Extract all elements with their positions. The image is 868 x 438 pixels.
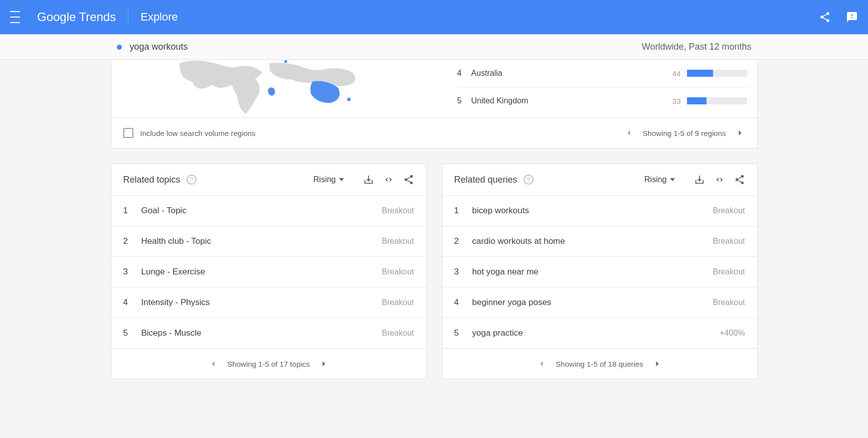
help-icon[interactable]: ? [524, 175, 534, 185]
region-value: 33 [663, 97, 681, 105]
chevron-right-icon[interactable] [735, 128, 745, 138]
chevron-right-icon[interactable] [319, 359, 329, 369]
list-item[interactable]: 1Goal - TopicBreakout [111, 195, 426, 226]
list-item[interactable]: 4Intensity - PhysicsBreakout [111, 287, 426, 318]
region-row[interactable]: 5 United Kingdom 33 [457, 87, 747, 114]
feedback-icon[interactable] [846, 11, 858, 23]
queries-sort-label: Rising [644, 175, 666, 184]
related-queries-card: Related queries ? Rising 1bicep workouts… [442, 164, 758, 379]
region-pager-text: Showing 1-5 of 9 regions [643, 129, 726, 137]
scope-label[interactable]: Worldwide, Past 12 months [642, 42, 752, 52]
queries-pager: Showing 1-5 of 18 queries [537, 359, 662, 369]
queries-pager-text: Showing 1-5 of 18 queries [556, 360, 643, 368]
download-icon[interactable] [694, 174, 705, 185]
region-rank: 5 [457, 96, 471, 105]
region-name: United Kingdom [471, 96, 663, 105]
chevron-down-icon [339, 178, 344, 181]
region-card: 4 Australia 44 5 United Kingdom 33 Inclu… [111, 60, 758, 149]
help-icon[interactable]: ? [187, 175, 197, 185]
list-item[interactable]: 5Biceps - MuscleBreakout [111, 318, 426, 348]
menu-icon[interactable] [10, 11, 22, 23]
region-name: Australia [471, 69, 663, 78]
chevron-right-icon[interactable] [652, 359, 662, 369]
embed-icon[interactable] [383, 174, 394, 185]
region-bar [687, 97, 747, 104]
chevron-left-icon[interactable] [208, 359, 218, 369]
svg-point-0 [347, 97, 351, 101]
topics-list: 1Goal - TopicBreakout 2Health club - Top… [111, 195, 426, 348]
region-pager: Showing 1-5 of 9 regions [624, 128, 745, 138]
world-map[interactable] [111, 60, 442, 117]
embed-icon[interactable] [714, 174, 725, 185]
logo[interactable]: Google Trends [37, 10, 116, 24]
list-item[interactable]: 1bicep workoutsBreakout [442, 195, 757, 226]
region-bar [687, 70, 747, 77]
share-icon[interactable] [819, 11, 831, 23]
region-row[interactable]: 4 Australia 44 [457, 60, 747, 87]
page-title: Explore [140, 11, 178, 24]
topics-sort-dropdown[interactable]: Rising [313, 175, 343, 184]
list-item[interactable]: 2Health club - TopicBreakout [111, 226, 426, 256]
queries-sort-dropdown[interactable]: Rising [644, 175, 674, 184]
queries-title: Related queries [454, 175, 517, 185]
term-color-dot [117, 45, 122, 50]
region-footer: Include low search volume regions Showin… [111, 117, 757, 148]
region-value: 44 [663, 69, 681, 78]
topics-pager: Showing 1-5 of 17 topics [208, 359, 328, 369]
download-icon[interactable] [363, 174, 374, 185]
logo-google: Google [37, 10, 76, 24]
share-icon[interactable] [734, 174, 745, 185]
topics-sort-label: Rising [313, 175, 335, 184]
app-header: Google Trends Explore [0, 0, 868, 34]
topics-pager-text: Showing 1-5 of 17 topics [227, 360, 309, 368]
search-subheader: yoga workouts Worldwide, Past 12 months [0, 34, 868, 60]
svg-point-1 [284, 60, 287, 63]
chevron-left-icon[interactable] [537, 359, 547, 369]
region-list: 4 Australia 44 5 United Kingdom 33 [442, 60, 757, 117]
queries-list: 1bicep workoutsBreakout 2cardio workouts… [442, 195, 757, 348]
low-volume-label: Include low search volume regions [140, 129, 256, 137]
list-item[interactable]: 4beginner yoga posesBreakout [442, 287, 757, 318]
list-item[interactable]: 3hot yoga near meBreakout [442, 256, 757, 287]
share-icon[interactable] [403, 174, 414, 185]
region-rank: 4 [457, 69, 471, 78]
search-term[interactable]: yoga workouts [130, 42, 188, 52]
list-item[interactable]: 3Lunge - ExerciseBreakout [111, 256, 426, 287]
logo-trends: Trends [79, 10, 116, 24]
chevron-down-icon [670, 178, 675, 181]
low-volume-checkbox[interactable] [123, 128, 133, 138]
related-topics-card: Related topics ? Rising 1Goal - TopicBre… [111, 164, 427, 379]
header-divider [128, 8, 128, 26]
list-item[interactable]: 5yoga practice+400% [442, 318, 757, 348]
list-item[interactable]: 2cardio workouts at homeBreakout [442, 226, 757, 256]
topics-title: Related topics [123, 175, 181, 185]
chevron-left-icon[interactable] [624, 128, 634, 138]
